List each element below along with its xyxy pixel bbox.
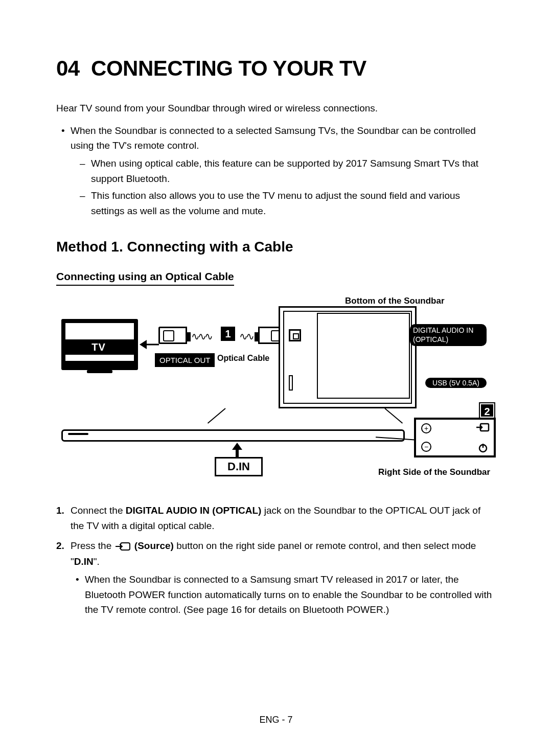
source-icon <box>116 539 131 554</box>
connection-diagram: Bottom of the Soundbar TV OPTICAL OUT ∿∿… <box>56 299 496 483</box>
callout-line-icon <box>384 408 403 423</box>
cable-wave-icon: ∿∿ <box>239 330 252 342</box>
volume-plus-icon: + <box>421 423 431 433</box>
subsection-heading: Connecting using an Optical Cable <box>56 270 234 286</box>
optical-out-label: OPTICAL OUT <box>155 353 215 367</box>
callout-line-icon <box>208 408 226 423</box>
steps-list: Connect the DIGITAL AUDIO IN (OPTICAL) j… <box>56 503 496 617</box>
step-bold: (Source) <box>134 540 174 551</box>
step-item: Press the (Source) button on the right s… <box>71 538 496 617</box>
callout-number-2: 2 <box>480 403 494 418</box>
chapter-title: 04 CONNECTING TO YOUR TV <box>56 56 496 81</box>
step-bold: DIGITAL AUDIO IN (OPTICAL) <box>126 505 262 516</box>
bullet-item: When the Soundbar is connected to a sele… <box>71 123 496 219</box>
chapter-number: 04 <box>56 56 80 80</box>
intro-bullets: When the Soundbar is connected to a sele… <box>56 123 496 219</box>
volume-minus-icon: − <box>421 442 431 452</box>
din-label: D.IN <box>215 457 263 476</box>
svg-marker-1 <box>232 443 242 450</box>
digital-audio-in-label: DIGITAL AUDIO IN (OPTICAL) <box>410 324 487 346</box>
optical-cable-label: Optical Cable <box>217 354 269 363</box>
diagram-label-right-soundbar: Right Side of the Soundbar <box>378 467 490 477</box>
dash-item: This function also allows you to use the… <box>91 188 496 218</box>
bullet-text: When the Soundbar is connected to a sele… <box>71 125 476 151</box>
dash-item: When using optical cable, this feature c… <box>91 156 496 186</box>
sub-dashes: When using optical cable, this feature c… <box>71 156 496 218</box>
chapter-title-text: CONNECTING TO YOUR TV <box>91 56 366 80</box>
diagram-label-bottom-soundbar: Bottom of the Soundbar <box>345 296 445 306</box>
soundbar-icon <box>61 429 405 442</box>
svg-marker-0 <box>140 340 147 349</box>
page-footer: ENG - 7 <box>0 715 552 725</box>
step-text: ". <box>94 556 100 567</box>
optical-connector-left-icon <box>158 327 187 344</box>
tv-label: TV <box>71 341 127 353</box>
soundbar-bottom-panel-icon <box>279 306 417 408</box>
tv-stand-icon <box>87 370 112 373</box>
step-text: Press the <box>71 540 114 551</box>
callout-number-1: 1 <box>221 327 235 341</box>
step-bold: D.IN <box>74 556 94 567</box>
usb-port-icon <box>289 375 293 391</box>
step-text: button on the right side panel or remote… <box>71 540 476 567</box>
step-sub-bullets: When the Soundbar is connected to a Sams… <box>71 572 496 617</box>
bullet-item: When the Soundbar is connected to a Sams… <box>85 572 496 617</box>
intro-text: Hear TV sound from your Soundbar through… <box>56 101 496 116</box>
section-heading: Method 1. Connecting with a Cable <box>56 239 496 255</box>
step-text: Connect the <box>71 505 126 516</box>
cable-wave-icon: ∿∿∿ <box>191 330 211 342</box>
optical-port-icon <box>289 329 301 341</box>
usb-label: USB (5V 0.5A) <box>425 378 487 388</box>
arrow-left-icon <box>140 337 160 352</box>
step-item: Connect the DIGITAL AUDIO IN (OPTICAL) j… <box>71 503 496 533</box>
source-button-icon <box>476 422 490 433</box>
power-button-icon <box>478 443 488 453</box>
